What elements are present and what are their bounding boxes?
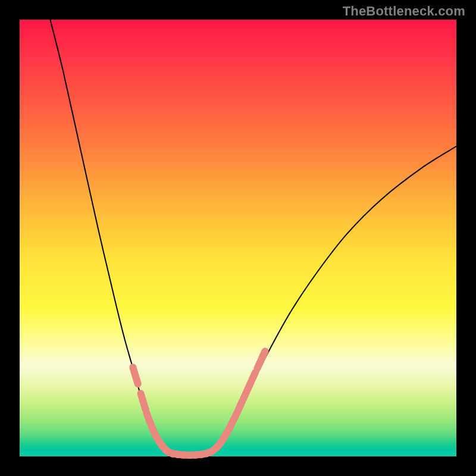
curve-marker [252,372,256,380]
curve-marker [262,351,265,359]
curve-marker [136,376,138,384]
curve-layer [50,20,456,455]
bottleneck-curve [50,20,456,455]
marker-layer [133,351,265,455]
plot-area [20,20,456,456]
chart-frame: TheBottleneck.com [0,0,476,476]
chart-svg [20,20,456,456]
watermark-text: TheBottleneck.com [343,4,465,19]
curve-marker [143,402,146,410]
